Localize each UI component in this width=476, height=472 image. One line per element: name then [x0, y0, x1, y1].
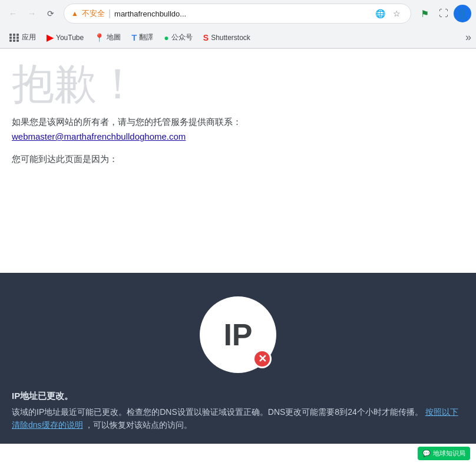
wechat-logo-icon: 💬: [422, 450, 431, 457]
back-button[interactable]: ←: [5, 5, 21, 22]
page-content: 抱歉！ 如果您是该网站的所有者，请与您的托管服务提供商联系： webmaster…: [0, 49, 476, 273]
bookmark-translate-label: 翻譯: [139, 32, 153, 42]
bookmark-maps[interactable]: 📍 地圖: [90, 30, 125, 45]
ip-changed-body: 该域的IP地址最近可能已更改。检查您的DNS设置以验证域设置正确。DNS更改可能…: [12, 405, 464, 432]
wechat-icon: ●: [164, 33, 168, 42]
bookmark-shutterstock[interactable]: S Shutterstock: [199, 31, 255, 45]
translate-icon: T: [131, 32, 137, 42]
address-actions: 🌐 ☆: [373, 6, 404, 21]
forward-button[interactable]: →: [24, 5, 40, 22]
ip-label: IP: [223, 319, 252, 350]
security-label: 不安全: [82, 8, 105, 19]
shutterstock-icon: S: [203, 33, 209, 42]
security-warning-icon: ▲: [71, 9, 78, 18]
bookmark-apps-label: 应用: [22, 32, 36, 42]
chrome-toolbar-icons: ⚑ ⛶ 👤: [416, 5, 471, 22]
ip-error-icon-circle: IP ✕: [200, 296, 276, 373]
bookmarks-bar: 应用 ▶ YouTube 📍 地圖 T 翻譯 ● 公众号 S Shutterst…: [0, 27, 476, 48]
bookmark-gongzhonghao[interactable]: ● 公众号: [159, 30, 197, 45]
ip-changed-body-text: 该域的IP地址最近可能已更改。检查您的DNS设置以验证域设置正确。DNS更改可能…: [12, 407, 423, 417]
webmaster-email-link[interactable]: webmaster@marthafrenchbulldoghome.com: [12, 131, 186, 141]
address-bar[interactable]: ▲ 不安全 | marthafrenchbulldo... 🌐 ☆: [64, 4, 411, 24]
account-button[interactable]: 👤: [454, 5, 471, 22]
apology-description: 如果您是该网站的所有者，请与您的托管服务提供商联系：: [12, 117, 464, 128]
address-url: marthafrenchbulldo...: [114, 9, 369, 18]
extensions-puzzle-button[interactable]: ⛶: [435, 5, 452, 22]
bookmark-star-button[interactable]: ☆: [389, 6, 404, 21]
bookmark-gongzhonghao-label: 公众号: [171, 32, 193, 42]
bookmark-maps-label: 地圖: [107, 32, 121, 42]
ip-error-section: IP ✕: [0, 273, 476, 391]
bookmark-youtube-label: YouTube: [56, 34, 84, 42]
ip-changed-suffix: ，可以恢复对该站点的访问。: [85, 420, 192, 430]
ip-error-badge: ✕: [253, 349, 272, 368]
wechat-label: 地球知识局: [433, 449, 465, 458]
youtube-icon: ▶: [47, 32, 54, 43]
apology-title: 抱歉！: [12, 61, 464, 107]
bookmark-apps[interactable]: 应用: [5, 30, 41, 45]
extension-flag-button[interactable]: ⚑: [416, 5, 434, 22]
bookmark-translate[interactable]: T 翻譯: [127, 30, 158, 45]
reload-button[interactable]: ⟳: [42, 5, 59, 22]
bookmarks-more-button[interactable]: »: [465, 31, 471, 44]
wechat-watermark: 💬 地球知识局: [418, 447, 470, 460]
ip-changed-title: IP地址已更改。: [12, 391, 464, 402]
maps-icon: 📍: [94, 33, 104, 42]
browser-chrome: ← → ⟳ ▲ 不安全 | marthafrenchbulldo... 🌐 ☆ …: [0, 0, 476, 49]
ip-info-section: IP地址已更改。 该域的IP地址最近可能已更改。检查您的DNS设置以验证域设置正…: [0, 391, 476, 444]
reason-text: 您可能到达此页面是因为：: [12, 154, 464, 165]
address-separator: |: [108, 8, 111, 19]
apps-grid-icon: [9, 34, 19, 42]
bookmark-youtube[interactable]: ▶ YouTube: [42, 29, 88, 45]
translate-page-button[interactable]: 🌐: [373, 6, 387, 21]
bookmark-shutterstock-label: Shutterstock: [211, 34, 250, 42]
nav-bar: ← → ⟳ ▲ 不安全 | marthafrenchbulldo... 🌐 ☆ …: [0, 0, 476, 27]
